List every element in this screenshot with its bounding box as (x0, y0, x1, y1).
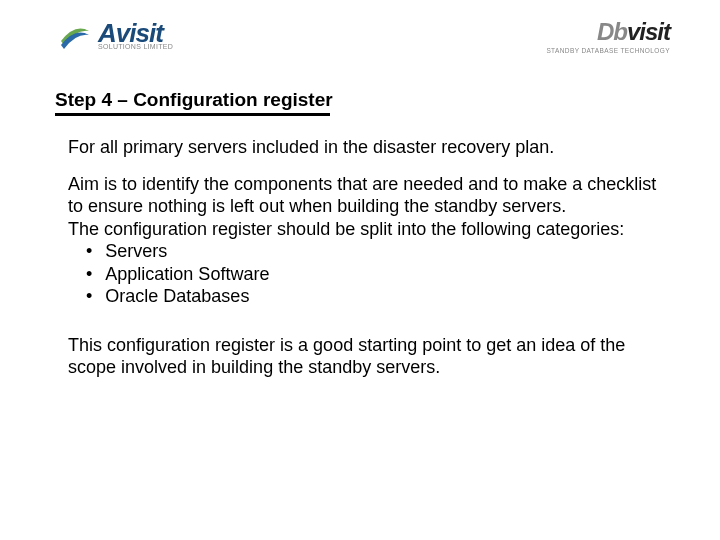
categories-lead: The configuration register should be spl… (68, 218, 660, 241)
intro-text: For all primary servers included in the … (68, 136, 660, 159)
aim-text: Aim is to identify the components that a… (68, 173, 660, 218)
slide-title: Step 4 – Configuration register (55, 89, 720, 111)
list-item: Servers (74, 240, 660, 263)
dbvisit-brand-text: Dbvisit (597, 18, 670, 46)
title-underline (55, 113, 330, 116)
closing-text: This configuration register is a good st… (68, 334, 660, 379)
avisit-tagline: SOLUTIONS LIMITED (98, 44, 173, 50)
avisit-swoosh-icon (58, 19, 92, 53)
avisit-logo: Avisit SOLUTIONS LIMITED (58, 19, 173, 53)
dbvisit-tagline: STANDBY DATABASE TECHNOLOGY (546, 47, 670, 54)
slide-body: For all primary servers included in the … (68, 136, 660, 379)
list-item: Application Software (74, 263, 660, 286)
slide-header: Avisit SOLUTIONS LIMITED Dbvisit STANDBY… (0, 0, 720, 54)
list-item: Oracle Databases (74, 285, 660, 308)
dbvisit-logo: Dbvisit STANDBY DATABASE TECHNOLOGY (546, 18, 670, 54)
bullet-list: Servers Application Software Oracle Data… (74, 240, 660, 308)
